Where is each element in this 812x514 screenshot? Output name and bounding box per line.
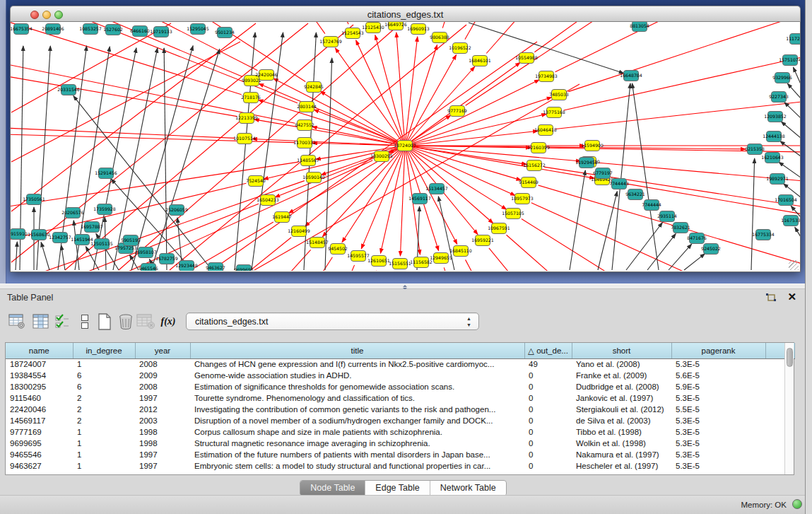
table-row[interactable]: 2242004622012Investigating the contribut… (6, 404, 794, 415)
window-titlebar[interactable]: citations_edges.txt (10, 6, 801, 22)
table-row[interactable]: 911546021997Tourette syndrome. Phenomeno… (6, 392, 794, 404)
graph-edge[interactable] (784, 103, 800, 118)
graph-node-label: 16649726 (384, 22, 407, 27)
graph-edge[interactable] (632, 83, 659, 270)
new-document-icon[interactable] (95, 312, 114, 332)
column-header-title[interactable]: title (190, 343, 524, 358)
graph-edge[interactable] (405, 131, 538, 146)
table-scrollbar-thumb[interactable] (787, 348, 793, 367)
horizontal-splitter[interactable] (0, 284, 812, 289)
table-settings-icon[interactable] (7, 312, 27, 332)
tab-node-table[interactable]: Node Table (300, 481, 365, 496)
graph-edge[interactable] (793, 67, 800, 84)
graph-edge[interactable] (780, 141, 800, 156)
column-header-out_de[interactable]: △ out_de... (524, 343, 572, 358)
graph-node-label: 16957887 (81, 224, 103, 229)
graph-edge[interactable] (405, 146, 594, 178)
graph-edge[interactable] (647, 234, 676, 270)
table-row[interactable]: 1938455462009Genome-wide association stu… (6, 370, 794, 381)
column-header-short[interactable]: short (572, 343, 671, 358)
column-header-year[interactable]: year (135, 343, 190, 358)
graph-edge[interactable] (684, 254, 705, 270)
graph-edge[interactable] (795, 227, 800, 237)
graph-edge[interactable] (405, 97, 552, 146)
table-cell: 1 (73, 426, 135, 438)
graph-edge[interactable] (61, 245, 65, 270)
table-row[interactable]: 977716911998Corpus callosum shape and si… (6, 426, 794, 438)
graph-edge[interactable] (612, 83, 630, 270)
tab-network-table[interactable]: Network Table (430, 481, 506, 496)
graph-edge[interactable] (405, 55, 457, 146)
network-graph[interactable]: 1872400718300295977716998930212242004627… (11, 22, 800, 271)
graph-edge[interactable] (41, 243, 49, 270)
graph-edge[interactable] (751, 158, 755, 270)
column-header-in_degree[interactable]: in_degree (73, 343, 135, 358)
table-selector-dropdown[interactable]: citations_edges.txt ▲▼ (186, 313, 479, 330)
window-resize-grip[interactable] (789, 260, 799, 270)
graph-edge[interactable] (469, 23, 624, 74)
graph-node-label: 11568630 (28, 232, 50, 237)
graph-edge[interactable] (538, 185, 800, 271)
graph-node-label: 9699695 (234, 267, 254, 271)
graph-edge[interactable] (405, 45, 437, 146)
graph-edge[interactable] (555, 83, 800, 129)
graph-edge[interactable] (405, 146, 515, 195)
split-view-icon[interactable] (75, 312, 95, 332)
graph-edge[interactable] (568, 22, 800, 92)
table-cell: 9463627 (6, 460, 73, 472)
graph-edge[interactable] (522, 218, 800, 271)
graph-edge[interactable] (626, 223, 662, 270)
graph-edge[interactable] (16, 242, 17, 270)
graph-edge[interactable] (259, 100, 405, 146)
graph-edge[interactable] (130, 255, 139, 270)
graph-edge[interactable] (507, 235, 800, 271)
graph-edge[interactable] (466, 22, 800, 105)
graph-edge[interactable] (564, 22, 800, 110)
graph-edge[interactable] (442, 22, 569, 28)
column-header-pagerank[interactable]: pagerank (671, 343, 765, 358)
graph-node-label: 18724007 (394, 143, 416, 148)
graph-edge[interactable] (405, 80, 539, 146)
memory-status-indicator[interactable] (792, 499, 802, 509)
float-panel-icon[interactable] (765, 293, 777, 303)
graph-edge[interactable] (570, 170, 585, 270)
graph-node-label: 12949655 (430, 255, 452, 260)
graph-node-label: 17350561 (23, 197, 45, 201)
graph-node-label: 16210643 (761, 155, 784, 160)
graph-edge[interactable] (321, 146, 405, 175)
table-row[interactable]: 946362711997Embryonic stem cells: a mode… (6, 460, 794, 472)
table-row[interactable]: 1830029562008Estimation of significance … (6, 381, 794, 392)
graph-edge[interactable] (312, 127, 405, 146)
table-row[interactable]: 969969511998Structural magnetic resonanc… (6, 438, 794, 449)
table-row[interactable]: 1872400712008Changes of HCN gene express… (6, 358, 794, 370)
graph-edge[interactable] (11, 45, 237, 117)
delete-rows-trash-icon[interactable] (116, 312, 136, 332)
graph-edge[interactable] (252, 33, 283, 270)
column-header-name[interactable]: name (6, 343, 73, 358)
show-columns-icon[interactable] (30, 312, 50, 332)
network-canvas[interactable]: 1872400718300295977716998930212242004627… (10, 22, 801, 272)
table-row[interactable]: 1456911722003Disruption of a novel membe… (6, 415, 794, 426)
graph-node-label: 20206576 (61, 210, 84, 215)
table-row[interactable]: 946554611997Estimation of the future num… (6, 449, 794, 460)
graph-edge[interactable] (598, 192, 617, 270)
graph-node-label: 8813054 (630, 23, 649, 28)
graph-edge[interactable] (555, 22, 800, 72)
graph-node-label: 2935114 (657, 214, 677, 218)
select-rows-icon[interactable] (52, 312, 72, 332)
graph-edge[interactable] (342, 146, 405, 243)
graph-node-label: 16960913 (407, 26, 430, 31)
table-scrollbar[interactable] (784, 343, 794, 474)
destroy-table-icon[interactable] (136, 312, 155, 332)
function-builder-icon[interactable]: f(x) (158, 312, 178, 332)
graph-edge[interactable] (11, 162, 298, 225)
graph-edge[interactable] (314, 110, 405, 146)
graph-edge[interactable] (273, 78, 405, 146)
graph-edge[interactable] (787, 83, 800, 98)
close-panel-icon[interactable]: ✕ (787, 291, 796, 303)
graph-edge[interactable] (669, 244, 692, 270)
graph-edge[interactable] (11, 22, 242, 95)
tab-edge-table[interactable]: Edge Table (365, 481, 430, 496)
graph-edge[interactable] (534, 22, 800, 52)
graph-edge[interactable] (405, 37, 418, 146)
